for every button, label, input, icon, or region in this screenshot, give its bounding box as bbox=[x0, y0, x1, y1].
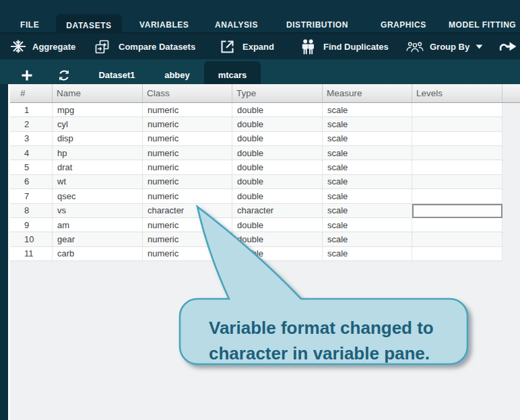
cell-gear-levels[interactable] bbox=[412, 232, 502, 246]
menu-tab-file[interactable]: FILE bbox=[20, 16, 39, 34]
cell-drat-class[interactable]: numeric bbox=[143, 160, 232, 174]
column-header-measure[interactable]: Measure bbox=[323, 84, 412, 102]
cell-disp-type[interactable]: double bbox=[232, 132, 323, 146]
column-header-name[interactable]: Name bbox=[53, 84, 143, 102]
menu-tab-model-fitting[interactable]: MODEL FITTING bbox=[449, 16, 516, 34]
cell-am-measure[interactable]: scale bbox=[323, 218, 412, 232]
cell-mpg-measure[interactable]: scale bbox=[323, 103, 412, 117]
cell-am-number[interactable]: 9 bbox=[10, 218, 53, 232]
cell-wt-measure[interactable]: scale bbox=[323, 175, 412, 189]
cell-mpg-name[interactable]: mpg bbox=[53, 103, 143, 117]
column-header-number[interactable]: # bbox=[10, 84, 53, 102]
cell-mpg-class[interactable]: numeric bbox=[143, 103, 232, 117]
cell-wt-type[interactable]: double bbox=[232, 175, 323, 189]
cell-carb-name[interactable]: carb bbox=[53, 247, 143, 261]
cell-vs-number[interactable]: 8 bbox=[10, 204, 53, 218]
grid-body: 1mpgnumericdoublescale2cylnumericdoubles… bbox=[10, 103, 520, 261]
cell-drat-number[interactable]: 5 bbox=[10, 160, 53, 174]
find-duplicates-button[interactable]: Find Duplicates bbox=[301, 34, 389, 59]
column-header-type[interactable]: Type bbox=[232, 84, 323, 102]
cell-drat-measure[interactable]: scale bbox=[323, 160, 412, 174]
cell-disp-name[interactable]: disp bbox=[53, 132, 143, 146]
menu-tab-datasets[interactable]: DATASETS bbox=[56, 14, 122, 34]
cell-hp-name[interactable]: hp bbox=[53, 146, 143, 160]
cell-am-name[interactable]: am bbox=[53, 218, 143, 232]
cell-vs-type[interactable]: character bbox=[232, 204, 323, 218]
cell-disp-class[interactable]: numeric bbox=[143, 132, 232, 146]
toolbar: Aggregate Compare Datasets Expand bbox=[0, 34, 520, 59]
menu-tab-variables[interactable]: VARIABLES bbox=[139, 16, 189, 34]
cell-hp-type[interactable]: double bbox=[232, 146, 323, 160]
dataset-tab-abbey[interactable]: abbey bbox=[156, 59, 198, 84]
menu-tab-analysis[interactable]: ANALYSIS bbox=[215, 16, 258, 34]
cell-qsec-name[interactable]: qsec bbox=[53, 189, 143, 203]
cell-disp-measure[interactable]: scale bbox=[323, 132, 412, 146]
cell-vs-name[interactable]: vs bbox=[53, 204, 143, 218]
cell-mpg-levels[interactable] bbox=[412, 103, 502, 117]
grid-header-row: #NameClassTypeMeasureLevels bbox=[10, 84, 520, 103]
cell-qsec-levels[interactable] bbox=[412, 189, 502, 203]
add-dataset-button[interactable] bbox=[22, 70, 32, 83]
cell-am-type[interactable]: double bbox=[232, 218, 323, 232]
variable-row-vs: 8vscharactercharacterscale bbox=[10, 204, 520, 218]
menu-tab-graphics[interactable]: GRAPHICS bbox=[381, 16, 426, 34]
cell-wt-class[interactable]: numeric bbox=[143, 175, 232, 189]
dataset-tab-mtcars[interactable]: mtcars bbox=[204, 61, 261, 84]
cell-disp-levels[interactable] bbox=[412, 132, 502, 146]
cell-disp-number[interactable]: 3 bbox=[10, 132, 53, 146]
cell-carb-class[interactable]: numeric bbox=[143, 247, 232, 261]
cell-qsec-type[interactable]: double bbox=[232, 189, 323, 203]
cell-wt-number[interactable]: 6 bbox=[10, 175, 53, 189]
cell-carb-measure[interactable]: scale bbox=[323, 247, 412, 261]
cell-hp-number[interactable]: 4 bbox=[10, 146, 53, 160]
cell-cyl-type[interactable]: double bbox=[232, 117, 323, 131]
cell-qsec-number[interactable]: 7 bbox=[10, 189, 53, 203]
cell-drat-levels[interactable] bbox=[412, 160, 502, 174]
compare-datasets-button[interactable]: Compare Datasets bbox=[94, 34, 195, 59]
cell-vs-measure[interactable]: scale bbox=[323, 204, 412, 218]
cell-cyl-name[interactable]: cyl bbox=[53, 117, 143, 131]
cell-gear-type[interactable]: double bbox=[232, 232, 323, 246]
jump-button[interactable] bbox=[499, 34, 517, 59]
cell-am-class[interactable]: numeric bbox=[143, 218, 232, 232]
dataset-tab-dataset1[interactable]: Dataset1 bbox=[84, 59, 150, 84]
expand-button[interactable]: Expand bbox=[219, 34, 274, 59]
cell-hp-class[interactable]: numeric bbox=[143, 146, 232, 160]
cell-wt-levels[interactable] bbox=[412, 175, 502, 189]
column-header-class[interactable]: Class bbox=[143, 84, 232, 102]
cell-qsec-measure[interactable]: scale bbox=[323, 189, 412, 203]
cell-am-levels[interactable] bbox=[412, 218, 502, 232]
cell-qsec-class[interactable]: numeric bbox=[143, 189, 232, 203]
cell-carb-number[interactable]: 11 bbox=[10, 247, 53, 261]
cell-drat-name[interactable]: drat bbox=[53, 160, 143, 174]
cell-vs-levels[interactable] bbox=[412, 204, 502, 218]
cell-hp-measure[interactable]: scale bbox=[323, 146, 412, 160]
aggregate-button[interactable]: Aggregate bbox=[10, 34, 75, 59]
menu-tab-distribution[interactable]: DISTRIBUTION bbox=[286, 16, 348, 34]
refresh-icon bbox=[58, 72, 70, 83]
variable-row-hp: 4hpnumericdoublescale bbox=[10, 146, 520, 160]
cell-cyl-levels[interactable] bbox=[412, 117, 502, 131]
variables-grid: #NameClassTypeMeasureLevels 1mpgnumericd… bbox=[10, 84, 520, 261]
group-by-caret-icon bbox=[476, 44, 483, 49]
cell-gear-class[interactable]: numeric bbox=[143, 232, 232, 246]
cell-hp-levels[interactable] bbox=[412, 146, 502, 160]
jump-arrow-icon bbox=[499, 39, 517, 54]
cell-gear-name[interactable]: gear bbox=[53, 232, 143, 246]
cell-cyl-measure[interactable]: scale bbox=[323, 117, 412, 131]
cell-drat-type[interactable]: double bbox=[232, 160, 323, 174]
group-by-button[interactable]: Group By bbox=[406, 34, 483, 59]
cell-gear-measure[interactable]: scale bbox=[323, 232, 412, 246]
cell-mpg-type[interactable]: double bbox=[232, 103, 323, 117]
cell-cyl-class[interactable]: numeric bbox=[143, 117, 232, 131]
cell-gear-number[interactable]: 10 bbox=[10, 232, 53, 246]
cell-vs-class[interactable]: character bbox=[143, 204, 232, 218]
column-header-levels[interactable]: Levels bbox=[412, 84, 502, 102]
cell-carb-type[interactable]: double bbox=[232, 247, 323, 261]
cell-mpg-number[interactable]: 1 bbox=[10, 103, 53, 117]
cell-carb-levels[interactable] bbox=[412, 247, 502, 261]
cell-wt-name[interactable]: wt bbox=[53, 175, 143, 189]
refresh-button[interactable] bbox=[58, 69, 70, 84]
variable-row-mpg: 1mpgnumericdoublescale bbox=[10, 103, 520, 117]
cell-cyl-number[interactable]: 2 bbox=[10, 117, 53, 131]
